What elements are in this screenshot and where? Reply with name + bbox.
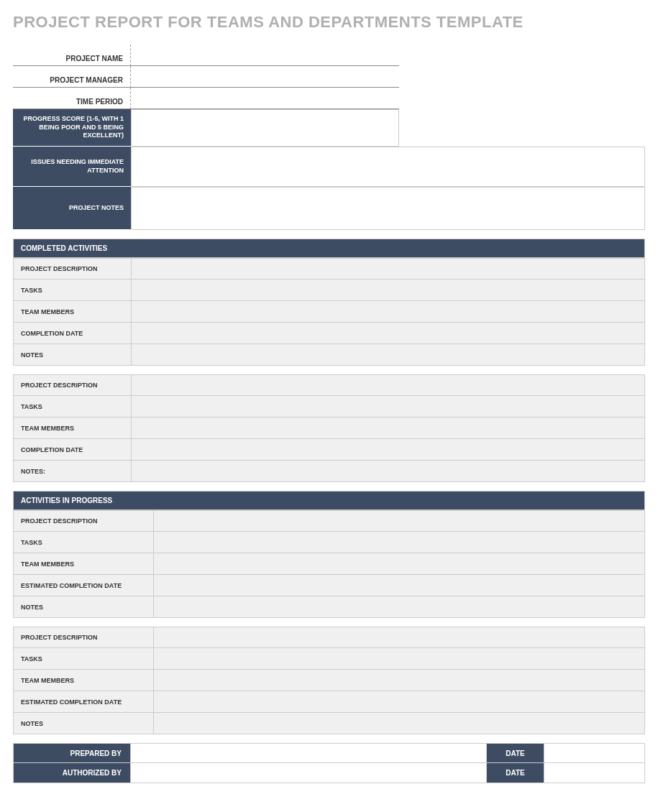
table-row: PROJECT DESCRIPTION <box>13 374 645 396</box>
team-members-field[interactable] <box>154 553 644 574</box>
table-row: TEAM MEMBERS <box>13 301 645 323</box>
team-members-label: TEAM MEMBERS <box>14 301 132 322</box>
table-row: TASKS <box>13 532 645 553</box>
team-members-label: TEAM MEMBERS <box>14 417 132 438</box>
table-row: PROJECT DESCRIPTION <box>13 627 645 648</box>
time-period-label: TIME PERIOD <box>13 88 131 109</box>
estimated-completion-date-label: ESTIMATED COMPLETION DATE <box>14 575 154 596</box>
authorized-date-label: DATE <box>487 763 544 783</box>
project-notes-field[interactable] <box>131 187 645 230</box>
progress-score-field[interactable] <box>131 109 399 147</box>
completion-date-label: COMPLETION DATE <box>14 439 132 460</box>
notes-field[interactable] <box>154 596 644 617</box>
project-description-label: PROJECT DESCRIPTION <box>14 375 132 395</box>
completion-date-field[interactable] <box>132 439 644 460</box>
issues-field[interactable] <box>131 147 645 187</box>
team-members-label: TEAM MEMBERS <box>14 553 154 574</box>
tasks-field[interactable] <box>154 532 644 553</box>
project-name-field[interactable] <box>131 45 399 66</box>
meta-row-time-period: TIME PERIOD <box>13 88 399 109</box>
authorized-by-label: AUTHORIZED BY <box>13 763 131 783</box>
meta-row-project-name: PROJECT NAME <box>13 45 399 66</box>
header-meta: PROJECT NAME PROJECT MANAGER TIME PERIOD <box>13 45 399 109</box>
team-members-field[interactable] <box>154 670 644 691</box>
table-row: COMPLETION DATE <box>13 439 645 461</box>
tasks-label: TASKS <box>14 396 132 417</box>
completion-date-field[interactable] <box>132 323 644 343</box>
notes-label: NOTES: <box>14 461 132 481</box>
team-members-field[interactable] <box>132 301 644 322</box>
authorized-by-field[interactable] <box>131 763 487 783</box>
notes-field[interactable] <box>132 344 644 365</box>
project-name-label: PROJECT NAME <box>13 45 131 66</box>
prepared-by-row: PREPARED BY DATE <box>13 743 645 763</box>
prepared-by-label: PREPARED BY <box>13 743 131 763</box>
project-description-field[interactable] <box>132 375 644 395</box>
inprogress-group-1: PROJECT DESCRIPTION TASKS TEAM MEMBERS E… <box>13 510 645 618</box>
activities-in-progress-header: ACTIVITIES IN PROGRESS <box>13 491 645 510</box>
completed-group-1: PROJECT DESCRIPTION TASKS TEAM MEMBERS C… <box>13 258 645 366</box>
tasks-label: TASKS <box>14 648 154 669</box>
table-row: PROJECT DESCRIPTION <box>13 258 645 280</box>
project-description-field[interactable] <box>132 259 644 279</box>
project-description-label: PROJECT DESCRIPTION <box>14 511 154 531</box>
issues-row: ISSUES NEEDING IMMEDIATE ATTENTION <box>13 147 645 187</box>
table-row: ESTIMATED COMPLETION DATE <box>13 575 645 596</box>
estimated-completion-date-label: ESTIMATED COMPLETION DATE <box>14 691 154 712</box>
team-members-field[interactable] <box>132 417 644 438</box>
notes-field[interactable] <box>132 461 644 481</box>
table-row: TEAM MEMBERS <box>13 553 645 575</box>
authorized-date-field[interactable] <box>544 763 645 783</box>
page-title: PROJECT REPORT FOR TEAMS AND DEPARTMENTS… <box>13 13 645 32</box>
completed-group-2: PROJECT DESCRIPTION TASKS TEAM MEMBERS C… <box>13 374 645 482</box>
tasks-field[interactable] <box>132 280 644 300</box>
completion-date-label: COMPLETION DATE <box>14 323 132 343</box>
table-row: TASKS <box>13 396 645 417</box>
notes-label: NOTES <box>14 596 154 617</box>
notes-field[interactable] <box>154 713 644 734</box>
project-description-field[interactable] <box>154 627 644 647</box>
progress-score-label: PROGRESS SCORE (1-5, WITH 1 BEING POOR A… <box>13 109 131 147</box>
project-notes-label: PROJECT NOTES <box>13 187 131 230</box>
prepared-date-label: DATE <box>487 743 544 763</box>
table-row: TEAM MEMBERS <box>13 670 645 691</box>
team-members-label: TEAM MEMBERS <box>14 670 154 691</box>
project-description-label: PROJECT DESCRIPTION <box>14 627 154 647</box>
estimated-completion-date-field[interactable] <box>154 691 644 712</box>
table-row: NOTES <box>13 713 645 734</box>
tasks-label: TASKS <box>14 532 154 553</box>
footer-signoff: PREPARED BY DATE AUTHORIZED BY DATE <box>13 743 645 783</box>
tasks-field[interactable] <box>132 396 644 417</box>
tasks-field[interactable] <box>154 648 644 669</box>
tasks-label: TASKS <box>14 280 132 300</box>
project-notes-row: PROJECT NOTES <box>13 187 645 230</box>
table-row: TEAM MEMBERS <box>13 417 645 439</box>
table-row: NOTES <box>13 344 645 366</box>
table-row: ESTIMATED COMPLETION DATE <box>13 691 645 713</box>
estimated-completion-date-field[interactable] <box>154 575 644 596</box>
table-row: NOTES: <box>13 461 645 482</box>
table-row: TASKS <box>13 648 645 670</box>
issues-label: ISSUES NEEDING IMMEDIATE ATTENTION <box>13 147 131 187</box>
notes-label: NOTES <box>14 344 132 365</box>
table-row: NOTES <box>13 596 645 618</box>
project-description-label: PROJECT DESCRIPTION <box>14 259 132 279</box>
meta-row-project-manager: PROJECT MANAGER <box>13 66 399 88</box>
progress-score-row: PROGRESS SCORE (1-5, WITH 1 BEING POOR A… <box>13 109 399 147</box>
project-manager-field[interactable] <box>131 66 399 88</box>
prepared-by-field[interactable] <box>131 743 487 763</box>
authorized-by-row: AUTHORIZED BY DATE <box>13 763 645 783</box>
table-row: PROJECT DESCRIPTION <box>13 510 645 532</box>
prepared-date-field[interactable] <box>544 743 645 763</box>
project-manager-label: PROJECT MANAGER <box>13 66 131 88</box>
project-description-field[interactable] <box>154 511 644 531</box>
time-period-field[interactable] <box>131 88 399 109</box>
inprogress-group-2: PROJECT DESCRIPTION TASKS TEAM MEMBERS E… <box>13 627 645 734</box>
table-row: TASKS <box>13 280 645 301</box>
table-row: COMPLETION DATE <box>13 323 645 344</box>
notes-label: NOTES <box>14 713 154 734</box>
completed-activities-header: COMPLETED ACTIVITIES <box>13 239 645 258</box>
